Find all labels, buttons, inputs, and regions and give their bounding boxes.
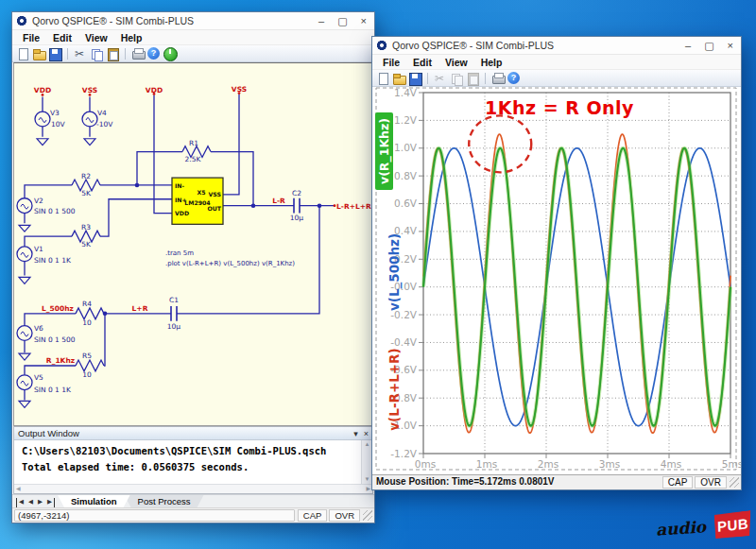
output-window: Output Window ▾ × C:\Users\82103\Documen…	[13, 426, 373, 494]
schematic-label: R5	[82, 352, 92, 360]
scroll-right-icon[interactable]: ▶	[366, 485, 370, 493]
scroll-up-icon[interactable]: ▲	[365, 440, 370, 449]
schematic-label: .tran 5m	[165, 249, 194, 257]
close-output-icon[interactable]: ×	[364, 429, 369, 438]
caps-indicator: CAP	[662, 476, 694, 489]
schematic-canvas[interactable]: VDDVSSVDDVSSL-RL-R+L+RL+RL_500hzR_1KhzV3…	[13, 62, 373, 426]
run-icon[interactable]	[163, 47, 177, 60]
schematic-editor-window: Qorvo QSPICE® - SIM Combi-PLUS – ▢ × Fil…	[11, 11, 375, 523]
output-window-titlebar[interactable]: Output Window ▾ ×	[14, 427, 372, 440]
minimize-icon[interactable]: –	[685, 41, 691, 51]
cursor-coordinates: (4967,-3214)	[14, 509, 295, 522]
schematic-label: L-R	[272, 197, 285, 205]
left-titlebar[interactable]: Qorvo QSPICE® - SIM Combi-PLUS – ▢ ×	[12, 12, 374, 30]
new-file-icon[interactable]	[16, 47, 29, 60]
save-icon[interactable]	[48, 47, 61, 60]
schematic-label: 10µ	[290, 214, 304, 222]
menu-view[interactable]: View	[78, 31, 114, 44]
output-window-title: Output Window	[18, 428, 79, 438]
tab-post-process[interactable]: Post Process	[125, 495, 204, 507]
minimize-icon[interactable]: –	[318, 16, 324, 26]
open-folder-icon[interactable]	[392, 72, 405, 85]
y-tick-label: -1.2V	[390, 448, 417, 459]
waveform-plot[interactable]: 1.4V1.2V1.0V0.8V0.6V0.4V0.2V-0.0V-0.2V-0…	[372, 87, 741, 474]
bottom-tabbar: ◀ ◀ ▶ ▶ SimulationPost Process	[12, 494, 374, 507]
qspice-app-icon	[16, 15, 27, 26]
menu-edit[interactable]: Edit	[406, 56, 438, 69]
right-statusbar: Mouse Position: Time=5.172ms 0.0801V CAP…	[372, 474, 741, 489]
series-label-v-R_1Khz: v(R_1Khz)	[377, 118, 392, 184]
right-titlebar[interactable]: Qorvo QSPICE® - SIM Combi-PLUS – ▢ ×	[372, 37, 741, 55]
menu-help[interactable]: Help	[474, 56, 509, 69]
print-icon[interactable]	[131, 47, 145, 60]
copy-icon[interactable]	[90, 47, 103, 60]
resize-grip[interactable]	[730, 477, 739, 488]
menu-file[interactable]: File	[376, 56, 406, 69]
close-icon[interactable]: ×	[728, 41, 733, 51]
maximize-icon[interactable]: ▢	[337, 16, 347, 26]
close-icon[interactable]: ×	[361, 16, 367, 26]
tab-prev-icon[interactable]: ◀	[26, 498, 35, 507]
x-tick-label: 4ms	[661, 458, 681, 470]
scroll-left-icon[interactable]: ◀	[16, 485, 21, 493]
open-folder-icon[interactable]	[32, 47, 45, 60]
menu-edit[interactable]: Edit	[46, 31, 78, 44]
schematic-label: SIN 0 1 1K	[34, 256, 72, 265]
tab-first-icon[interactable]: ◀	[16, 498, 26, 507]
scroll-down-icon[interactable]: ▼	[365, 475, 370, 484]
menu-file[interactable]: File	[16, 31, 46, 44]
series-label-v-L_500hz: v(L_500hz)	[387, 233, 403, 311]
left-statusbar: (4967,-3214) CAP OVR	[12, 507, 374, 523]
schematic-label: L-R+L+R	[336, 202, 371, 211]
maximize-icon[interactable]: ▢	[704, 41, 713, 51]
help-icon[interactable]	[147, 47, 161, 60]
schematic-label: VDD	[34, 86, 51, 94]
caps-indicator: CAP	[298, 509, 328, 522]
copy-icon[interactable]	[450, 72, 463, 85]
schematic-label: 2.5K	[185, 155, 202, 163]
toolbar-separator	[67, 48, 68, 60]
schematic-label: VSS	[209, 191, 221, 197]
paste-icon[interactable]	[466, 72, 479, 85]
right-toolbar	[372, 70, 741, 87]
waveform-plot-area[interactable]: 1.4V1.2V1.0V0.8V0.6V0.4V0.2V-0.0V-0.2V-0…	[372, 87, 741, 474]
help-icon[interactable]	[507, 72, 521, 85]
right-menubar: FileEditViewHelp	[372, 55, 741, 70]
new-file-icon[interactable]	[376, 72, 389, 85]
output-log: C:\Users\82103\Documents\QSPICE\SIM Comb…	[14, 440, 361, 484]
voltage-sources	[17, 112, 97, 389]
print-icon[interactable]	[491, 72, 505, 85]
tab-last-icon[interactable]: ▶	[45, 498, 55, 507]
paste-icon[interactable]	[106, 47, 119, 60]
mouse-position-readout: Mouse Position: Time=5.172ms 0.0801V	[372, 475, 662, 489]
tab-next-icon[interactable]: ▶	[36, 498, 44, 507]
tab-simulation[interactable]: Simulation	[58, 495, 130, 507]
schematic-label: 10V	[51, 120, 66, 129]
menu-help[interactable]: Help	[114, 31, 149, 44]
output-horizontal-scrollbar[interactable]: ◀ ▶	[14, 484, 372, 493]
schematic-label: IN-	[175, 182, 185, 189]
cut-icon[interactable]	[434, 72, 447, 85]
schematic-label: R2	[81, 172, 91, 180]
save-icon[interactable]	[408, 72, 421, 85]
toolbar-separator	[125, 48, 126, 60]
schematic-label: X5	[197, 189, 205, 196]
resize-grip[interactable]	[363, 510, 372, 521]
schematic-label: R_1Khz	[46, 356, 75, 365]
schematic-drawing[interactable]: VDDVSSVDDVSSL-RL-R+L+RL+RL_500hzR_1KhzV3…	[14, 63, 372, 425]
y-tick-label: 1.0V	[394, 142, 418, 153]
cut-icon[interactable]	[74, 47, 87, 60]
overwrite-indicator: OVR	[695, 476, 727, 489]
y-tick-label: -0.4V	[390, 336, 417, 348]
qspice-app-icon	[376, 40, 387, 51]
output-log-line: Total elapsed time: 0.0560375 seconds.	[22, 459, 361, 475]
schematic-label: -10V	[96, 120, 113, 129]
plot-page-border	[376, 88, 736, 470]
x-tick-label: 1ms	[476, 458, 497, 470]
schematic-label: SIN 0 1 500	[34, 208, 76, 216]
collapse-icon[interactable]: ▾	[353, 429, 358, 438]
schematic-label: R3	[81, 223, 91, 232]
menu-view[interactable]: View	[438, 56, 474, 69]
audiopub-logo-audio-text: audio	[655, 517, 706, 540]
schematic-label: .plot v(L-R+L+R) v(L_500hz) v(R_1Khz)	[165, 260, 295, 267]
